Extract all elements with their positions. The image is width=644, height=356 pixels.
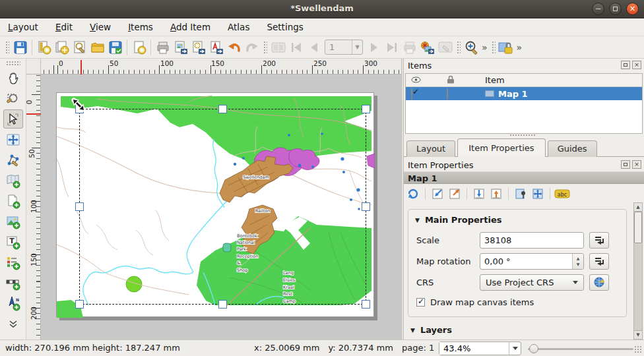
menu-layout[interactable]: Layout xyxy=(8,22,38,32)
scale-field[interactable] xyxy=(480,232,584,249)
tab-item-properties[interactable]: Item Properties xyxy=(457,138,545,157)
scroll-down-icon[interactable]: ▼ xyxy=(634,330,642,339)
close-button[interactable]: × xyxy=(626,3,639,15)
crs-select-button[interactable] xyxy=(589,274,609,291)
print-icon[interactable] xyxy=(154,38,172,56)
menu-view[interactable]: View xyxy=(90,22,111,32)
crs-dropdown[interactable]: Use Project CRS xyxy=(480,274,584,291)
add-north-arrow-icon[interactable]: N xyxy=(3,293,23,312)
add-shape-icon[interactable] xyxy=(3,191,23,210)
layout-manager-icon[interactable] xyxy=(71,38,88,56)
zoom-dropdown-icon[interactable] xyxy=(509,342,521,355)
selection-handle[interactable] xyxy=(218,105,227,113)
move-content-icon[interactable] xyxy=(530,187,546,201)
auto-label-icon[interactable]: abc xyxy=(554,187,570,201)
selection-handle[interactable] xyxy=(362,202,370,211)
new-from-template-icon[interactable] xyxy=(130,38,148,56)
print-atlas-icon[interactable] xyxy=(401,38,418,56)
save-as-template-icon[interactable] xyxy=(106,38,124,56)
draw-canvas-items-row[interactable]: Draw map canvas items xyxy=(416,297,626,307)
selection-handle[interactable] xyxy=(75,202,84,211)
map-item-selection[interactable] xyxy=(79,109,366,305)
spinner-buttons[interactable]: ▲▼ xyxy=(572,254,583,269)
scroll-up-icon[interactable]: ▲ xyxy=(634,203,642,212)
select-move-item-tool-icon[interactable] xyxy=(3,109,23,129)
zoom-in-icon[interactable] xyxy=(463,38,480,56)
float-panel-icon[interactable] xyxy=(621,160,630,169)
export-atlas-icon[interactable] xyxy=(418,38,436,56)
draw-canvas-items-checkbox[interactable] xyxy=(416,298,425,307)
menu-atlas[interactable]: Atlas xyxy=(228,22,249,32)
add-map-icon[interactable] xyxy=(3,171,23,190)
set-extent-to-canvas-icon[interactable] xyxy=(430,187,445,201)
lock-column-header[interactable] xyxy=(441,75,480,86)
add-scalebar-icon[interactable] xyxy=(3,273,23,292)
zoom-slider[interactable] xyxy=(528,348,633,350)
move-item-content-tool-icon[interactable] xyxy=(3,130,23,149)
toolbar-grip[interactable] xyxy=(491,40,496,55)
close-panel-icon[interactable]: × xyxy=(632,160,641,169)
zoom-level-input[interactable] xyxy=(439,342,509,355)
toolbar-grip[interactable] xyxy=(5,40,9,55)
vertical-scrollbar[interactable]: ▲ ▼ xyxy=(633,202,643,340)
atlas-page-dropdown-icon[interactable]: ▼ xyxy=(352,40,362,54)
export-image-icon[interactable] xyxy=(172,38,189,56)
export-svg-icon[interactable] xyxy=(189,38,207,56)
add-label-icon[interactable]: T xyxy=(3,232,23,251)
atlas-prev-icon[interactable] xyxy=(305,38,323,56)
toolbar-overflow-icon[interactable]: » xyxy=(517,42,523,53)
items-row-map1[interactable]: Map 1 xyxy=(406,87,642,100)
atlas-settings-icon[interactable] xyxy=(436,38,454,56)
more-tools-icon[interactable] xyxy=(3,314,23,333)
close-panel-icon[interactable]: × xyxy=(632,61,641,69)
item-column-header[interactable]: Item xyxy=(480,75,642,85)
menu-add-item[interactable]: Add Item xyxy=(170,22,210,32)
export-pdf-icon[interactable] xyxy=(207,38,225,56)
view-scale-in-canvas-icon[interactable] xyxy=(488,187,504,201)
window-resize-grip[interactable] xyxy=(634,345,642,353)
zoom-slider-handle[interactable] xyxy=(529,344,538,353)
atlas-preview-icon[interactable] xyxy=(269,38,287,56)
new-layout-icon[interactable] xyxy=(35,38,53,56)
tab-guides[interactable]: Guides xyxy=(548,140,597,157)
refresh-icon[interactable] xyxy=(405,187,421,201)
lock-checkbox[interactable] xyxy=(447,88,448,100)
atlas-first-icon[interactable] xyxy=(287,38,305,56)
menu-items[interactable]: Items xyxy=(128,22,153,32)
lock-items-icon[interactable] xyxy=(498,38,515,56)
maximize-button[interactable] xyxy=(609,3,622,15)
scrollbar-thumb[interactable] xyxy=(634,212,642,243)
atlas-page-spinner[interactable]: ▼ xyxy=(325,40,363,55)
item-name[interactable]: Map 1 xyxy=(498,89,528,99)
menu-settings[interactable]: Settings xyxy=(267,22,303,32)
set-scale-to-canvas-icon[interactable] xyxy=(471,187,487,201)
atlas-page-input[interactable] xyxy=(325,42,352,52)
edit-nodes-tool-icon[interactable] xyxy=(3,150,23,169)
atlas-next-icon[interactable] xyxy=(365,38,383,56)
menu-edit[interactable]: Edit xyxy=(55,22,73,32)
panel-resize-grip[interactable] xyxy=(509,134,536,137)
data-defined-override-button[interactable] xyxy=(589,232,609,249)
visibility-column-header[interactable] xyxy=(406,75,441,85)
layers-section[interactable]: ▼ Layers xyxy=(410,325,452,335)
selection-handle[interactable] xyxy=(75,300,84,309)
pan-tool-icon[interactable] xyxy=(3,69,23,88)
toolbar-grip[interactable] xyxy=(263,40,267,55)
duplicate-layout-icon[interactable] xyxy=(53,38,71,56)
add-picture-icon[interactable] xyxy=(3,212,23,231)
toolbar-grip[interactable] xyxy=(456,40,461,55)
interactive-edit-icon[interactable] xyxy=(513,187,529,201)
atlas-last-icon[interactable] xyxy=(383,38,401,56)
open-layout-icon[interactable] xyxy=(88,38,106,56)
scale-input[interactable] xyxy=(480,233,583,248)
float-panel-icon[interactable] xyxy=(621,61,630,69)
undo-icon[interactable] xyxy=(225,38,243,56)
main-properties-section[interactable]: ▼ Main Properties xyxy=(408,210,626,227)
save-icon[interactable] xyxy=(11,38,29,56)
rotation-field[interactable]: ▲▼ xyxy=(480,253,584,270)
selection-handle[interactable] xyxy=(218,300,227,309)
visibility-checkbox[interactable] xyxy=(411,88,412,100)
data-defined-override-button[interactable] xyxy=(589,253,609,270)
tab-layout[interactable]: Layout xyxy=(406,140,455,157)
view-extent-in-canvas-icon[interactable] xyxy=(447,187,463,201)
